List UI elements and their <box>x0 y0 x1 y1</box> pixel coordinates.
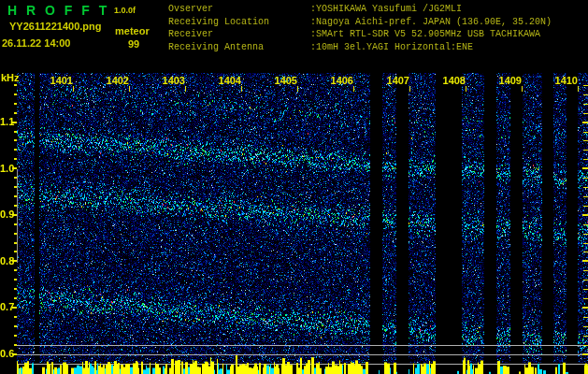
output-filename: YY2611221400.png <box>9 21 101 32</box>
freq-label-0-6: 0.6 <box>0 349 12 359</box>
datetime-label: 26.11.22 14:00 <box>2 37 70 49</box>
app-title: H R O F F T <box>7 3 109 18</box>
antenna-label: Receiving Antenna <box>168 41 310 54</box>
mode-label: meteor <box>115 25 150 36</box>
spectrogram-canvas <box>0 0 588 374</box>
freq-label-0-7: 0.7 <box>0 302 12 312</box>
time-label-1410: 1410 <box>540 76 578 86</box>
observer-label: Ovserver <box>168 3 310 16</box>
time-label-1402: 1402 <box>92 76 129 86</box>
app-version: 1.0.0f <box>114 6 136 15</box>
time-label-1403: 1403 <box>148 76 185 86</box>
time-label-1407: 1407 <box>372 76 409 86</box>
time-label-1408: 1408 <box>428 76 466 86</box>
freq-unit-label: kHz <box>1 72 20 83</box>
freq-label-0-8: 0.8 <box>0 256 12 266</box>
location-label: Receiving Location <box>168 16 310 29</box>
observer-value: :YOSHIKAWA Yasufumi /JG2MLI <box>310 4 462 14</box>
time-label-1401: 1401 <box>36 76 73 86</box>
time-label-1405: 1405 <box>260 76 297 86</box>
freq-label-1-0: 1.0 <box>0 164 12 174</box>
station-info-row-receiver: Receiver:SMArt RTL-SDR V5 52.905MHz USB … <box>168 28 552 41</box>
antenna-value: :10mH 3el.YAGI Horizontal:ENE <box>310 42 473 52</box>
station-info-row-antenna: Receiving Antenna:10mH 3el.YAGI Horizont… <box>168 41 552 54</box>
location-value: :Nagoya Aichi-pref. JAPAN (136.90E, 35.2… <box>310 17 552 27</box>
meteor-count: 99 <box>128 38 139 50</box>
freq-label-1-1: 1.1 <box>0 117 12 127</box>
station-info-row-location: Receiving Location:Nagoya Aichi-pref. JA… <box>168 16 552 29</box>
station-info-row-observer: Ovserver:YOSHIKAWA Yasufumi /JG2MLI <box>168 3 552 16</box>
receiver-value: :SMArt RTL-SDR V5 52.905MHz USB TACHIKAW… <box>310 29 540 39</box>
receiver-label: Receiver <box>168 28 310 41</box>
station-info: Ovserver:YOSHIKAWA Yasufumi /JG2MLI Rece… <box>168 3 552 53</box>
hrofft-screen: H R O F F T 1.0.0f YY2611221400.png mete… <box>0 0 588 374</box>
time-label-1404: 1404 <box>204 76 241 86</box>
freq-label-0-9: 0.9 <box>0 209 12 220</box>
time-label-1409: 1409 <box>484 76 522 86</box>
time-label-1406: 1406 <box>316 76 353 86</box>
